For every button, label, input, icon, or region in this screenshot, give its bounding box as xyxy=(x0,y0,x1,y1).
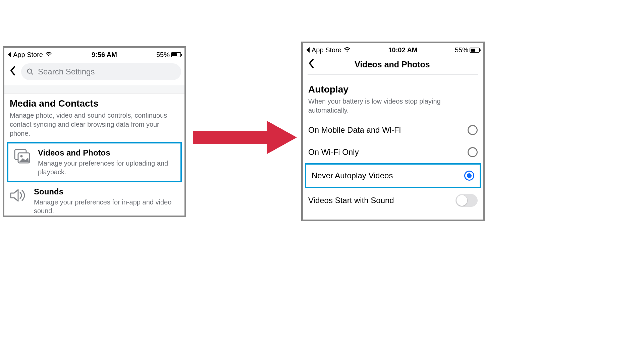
page-title: Videos and Photos xyxy=(320,60,465,69)
wifi-icon xyxy=(343,46,351,55)
battery-percent: 55% xyxy=(156,51,170,59)
photos-icon xyxy=(13,148,32,164)
option-label: Never Autoplay Videos xyxy=(312,171,393,180)
option-label: On Mobile Data and Wi-Fi xyxy=(308,125,401,135)
arrow-icon xyxy=(190,117,300,158)
status-time: 9:56 AM xyxy=(92,51,117,59)
videos-and-photos-row[interactable]: Videos and Photos Manage your preference… xyxy=(8,143,180,181)
section-title: Media and Contacts xyxy=(10,98,179,109)
autoplay-option-mobile-wifi[interactable]: On Mobile Data and Wi-Fi xyxy=(303,119,483,141)
status-bar: App Store 10:02 AM 55% xyxy=(303,43,483,57)
search-placeholder: Search Settings xyxy=(38,67,95,76)
radio-unchecked-icon xyxy=(468,125,478,135)
back-to-app-icon[interactable] xyxy=(8,52,11,57)
section-gap xyxy=(4,85,184,94)
row-title: Sounds xyxy=(34,187,180,196)
wifi-icon xyxy=(45,50,52,59)
row-description: Manage your preferences for uploading an… xyxy=(38,159,176,176)
videos-and-photos-screen: App Store 10:02 AM 55% Videos and Photos… xyxy=(301,42,485,221)
sounds-row[interactable]: Sounds Manage your preferences for in-ap… xyxy=(4,182,184,217)
status-bar: App Store 9:56 AM 55% xyxy=(4,48,184,61)
videos-start-with-sound-row[interactable]: Videos Start with Sound xyxy=(303,188,483,213)
autoplay-section-header: Autoplay When your battery is low videos… xyxy=(303,75,483,119)
row-description: Manage your preferences for in-app and v… xyxy=(34,198,180,215)
autoplay-option-never[interactable]: Never Autoplay Videos xyxy=(306,165,480,187)
settings-list-screen: App Store 9:56 AM 55% Search Settings Me… xyxy=(3,46,186,217)
back-to-app-label[interactable]: App Store xyxy=(13,51,43,59)
radio-checked-icon xyxy=(464,171,474,181)
back-to-app-icon[interactable] xyxy=(306,47,310,53)
media-contacts-section-header: Media and Contacts Manage photo, video a… xyxy=(4,94,184,142)
toggle-switch[interactable] xyxy=(455,194,478,207)
svg-line-1 xyxy=(31,73,33,75)
svg-point-0 xyxy=(28,69,32,73)
battery-icon xyxy=(470,48,480,53)
status-time: 10:02 AM xyxy=(388,46,417,54)
title-header: Videos and Photos xyxy=(303,57,483,73)
option-label: On Wi-Fi Only xyxy=(308,147,359,157)
search-input[interactable]: Search Settings xyxy=(21,63,181,80)
search-header: Search Settings xyxy=(4,61,184,85)
sound-icon xyxy=(9,187,28,203)
section-description: Manage photo, video and sound controls, … xyxy=(10,111,179,138)
svg-point-4 xyxy=(20,155,23,158)
battery-percent: 55% xyxy=(455,46,468,54)
autoplay-option-wifi-only[interactable]: On Wi-Fi Only xyxy=(303,141,483,163)
back-to-app-label[interactable]: App Store xyxy=(312,46,341,54)
highlighted-row: Videos and Photos Manage your preference… xyxy=(7,142,182,182)
battery-icon xyxy=(171,52,181,57)
section-description: When your battery is low videos stop pla… xyxy=(308,97,478,115)
toggle-knob-icon xyxy=(457,195,467,206)
section-title: Autoplay xyxy=(308,84,478,95)
row-title: Videos and Photos xyxy=(38,148,176,158)
highlighted-row: Never Autoplay Videos xyxy=(305,163,481,188)
back-button[interactable] xyxy=(306,59,316,70)
toggle-label: Videos Start with Sound xyxy=(308,196,394,205)
back-button[interactable] xyxy=(8,66,18,78)
radio-unchecked-icon xyxy=(468,147,478,157)
